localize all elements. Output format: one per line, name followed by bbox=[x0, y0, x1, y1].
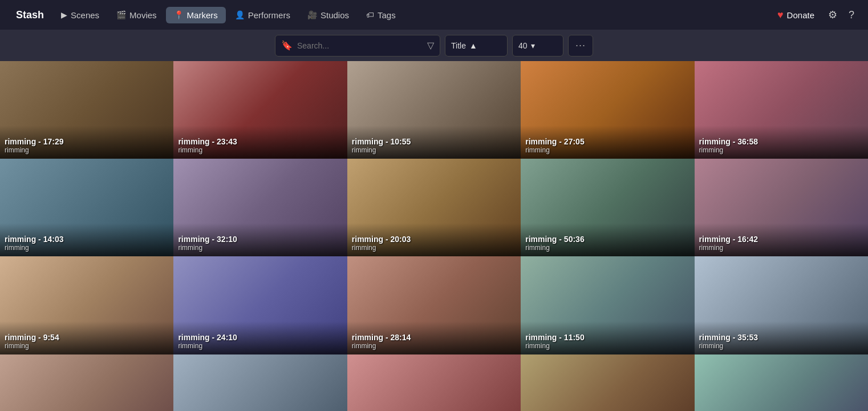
card-overlay: rimming - 23:43rimming bbox=[173, 126, 347, 159]
card-1[interactable]: rimming - 17:29rimming bbox=[0, 61, 173, 159]
card-tag: rimming bbox=[5, 146, 169, 154]
card-overlay: rimming - 28:14rimming bbox=[347, 321, 521, 354]
card-14[interactable]: rimming - 11:50rimming bbox=[521, 256, 694, 354]
count-dropdown[interactable]: 40 ▾ bbox=[512, 35, 563, 57]
card-overlay: rimming - 14:03rimming bbox=[0, 223, 173, 256]
card-18[interactable]: rimming - partialrimming bbox=[347, 354, 521, 411]
more-options-button[interactable]: ··· bbox=[568, 35, 593, 57]
nav-label-scenes: Scenes bbox=[71, 10, 99, 20]
card-title: rimming - 14:03 bbox=[5, 235, 169, 244]
help-button[interactable]: ? bbox=[844, 6, 859, 25]
nav-item-scenes[interactable]: ▶Scenes bbox=[53, 7, 107, 23]
card-17[interactable]: rimming - partialrimming bbox=[173, 354, 347, 411]
card-3[interactable]: rimming - 10:55rimming bbox=[347, 61, 521, 159]
card-19[interactable]: rimming - partialrimming bbox=[521, 354, 694, 411]
card-overlay: rimming - 17:29rimming bbox=[0, 126, 173, 159]
card-thumbnail bbox=[173, 354, 347, 411]
toolbar: 🔖 ▽ Title ▲ 40 ▾ ··· bbox=[0, 30, 868, 61]
card-16[interactable]: rimming - partialrimming bbox=[0, 354, 173, 411]
card-title: rimming - 36:58 bbox=[699, 137, 863, 146]
card-overlay: rimming - 10:55rimming bbox=[347, 126, 521, 159]
card-4[interactable]: rimming - 27:05rimming bbox=[521, 61, 694, 159]
card-title: rimming - 27:05 bbox=[525, 137, 689, 146]
card-13[interactable]: rimming - 28:14rimming bbox=[347, 256, 521, 354]
nav-item-studios[interactable]: 🎥Studios bbox=[299, 7, 357, 23]
card-overlay: rimming - 9:54rimming bbox=[0, 321, 173, 354]
card-9[interactable]: rimming - 50:36rimming bbox=[521, 159, 694, 256]
nav-item-performers[interactable]: 👤Performers bbox=[227, 7, 298, 23]
card-6[interactable]: rimming - 14:03rimming bbox=[0, 159, 173, 256]
search-input[interactable] bbox=[297, 41, 423, 50]
card-tag: rimming bbox=[178, 244, 342, 252]
bookmark-icon: 🔖 bbox=[281, 40, 293, 51]
card-thumbnail bbox=[695, 354, 868, 411]
search-bar: 🔖 ▽ bbox=[275, 35, 440, 57]
sort-label: Title bbox=[451, 41, 466, 50]
nav-label-studios: Studios bbox=[321, 10, 349, 20]
card-thumbnail bbox=[521, 354, 694, 411]
card-title: rimming - 10:55 bbox=[352, 137, 516, 146]
movies-icon: 🎬 bbox=[116, 10, 126, 19]
card-title: rimming - 24:10 bbox=[178, 333, 342, 342]
card-11[interactable]: rimming - 9:54rimming bbox=[0, 256, 173, 354]
card-title: rimming - 17:29 bbox=[5, 137, 169, 146]
donate-label: Donate bbox=[787, 10, 814, 20]
card-title: rimming - 35:53 bbox=[699, 333, 863, 342]
card-tag: rimming bbox=[352, 244, 516, 252]
card-title: rimming - 23:43 bbox=[178, 137, 342, 146]
card-7[interactable]: rimming - 32:10rimming bbox=[173, 159, 347, 256]
card-tag: rimming bbox=[352, 146, 516, 154]
scenes-icon: ▶ bbox=[61, 10, 67, 19]
card-tag: rimming bbox=[699, 342, 863, 350]
card-5[interactable]: rimming - 36:58rimming bbox=[695, 61, 868, 159]
card-title: rimming - 28:14 bbox=[352, 333, 516, 342]
card-overlay: rimming - 20:03rimming bbox=[347, 223, 521, 256]
card-tag: rimming bbox=[699, 244, 863, 252]
card-tag: rimming bbox=[5, 342, 169, 350]
card-10[interactable]: rimming - 16:42rimming bbox=[695, 159, 868, 256]
card-title: rimming - 32:10 bbox=[178, 235, 342, 244]
card-title: rimming - 11:50 bbox=[525, 333, 689, 342]
nav-label-performers: Performers bbox=[248, 10, 290, 20]
card-title: rimming - 9:54 bbox=[5, 333, 169, 342]
card-12[interactable]: rimming - 24:10rimming bbox=[173, 256, 347, 354]
card-tag: rimming bbox=[178, 146, 342, 154]
nav-item-markers[interactable]: 📍Markers bbox=[166, 7, 226, 23]
sort-dropdown[interactable]: Title ▲ bbox=[445, 35, 508, 57]
card-overlay: rimming - 35:53rimming bbox=[695, 321, 868, 354]
brand[interactable]: Stash bbox=[9, 9, 51, 21]
card-grid: rimming - 17:29rimmingrimming - 23:43rim… bbox=[0, 61, 868, 411]
card-overlay: rimming - 11:50rimming bbox=[521, 321, 694, 354]
card-title: rimming - 20:03 bbox=[352, 235, 516, 244]
card-8[interactable]: rimming - 20:03rimming bbox=[347, 159, 521, 256]
card-overlay: rimming - 24:10rimming bbox=[173, 321, 347, 354]
card-title: rimming - 16:42 bbox=[699, 235, 863, 244]
nav-item-movies[interactable]: 🎬Movies bbox=[108, 7, 165, 23]
tags-icon: 🏷 bbox=[366, 10, 374, 19]
studios-icon: 🎥 bbox=[307, 10, 317, 19]
filter-icon[interactable]: ▽ bbox=[427, 40, 434, 51]
more-icon: ··· bbox=[575, 39, 586, 51]
card-overlay: rimming - 50:36rimming bbox=[521, 223, 694, 256]
nav-item-tags[interactable]: 🏷Tags bbox=[358, 7, 404, 23]
nav-label-markers: Markers bbox=[187, 10, 218, 20]
markers-icon: 📍 bbox=[174, 10, 184, 19]
card-2[interactable]: rimming - 23:43rimming bbox=[173, 61, 347, 159]
navbar: Stash ▶Scenes🎬Movies📍Markers👤Performers🎥… bbox=[0, 0, 868, 30]
card-tag: rimming bbox=[352, 342, 516, 350]
card-15[interactable]: rimming - 35:53rimming bbox=[695, 256, 868, 354]
card-overlay: rimming - 27:05rimming bbox=[521, 126, 694, 159]
card-tag: rimming bbox=[525, 244, 689, 252]
performers-icon: 👤 bbox=[235, 10, 245, 19]
donate-button[interactable]: ♥ Donate bbox=[770, 6, 821, 25]
card-overlay: rimming - 32:10rimming bbox=[173, 223, 347, 256]
card-thumbnail bbox=[347, 354, 521, 411]
card-tag: rimming bbox=[525, 146, 689, 154]
card-tag: rimming bbox=[178, 342, 342, 350]
card-20[interactable]: rimming - partialrimming bbox=[695, 354, 868, 411]
card-title: rimming - 50:36 bbox=[525, 235, 689, 244]
nav-label-tags: Tags bbox=[378, 10, 396, 20]
sort-chevron-icon: ▲ bbox=[469, 41, 477, 50]
card-tag: rimming bbox=[525, 342, 689, 350]
settings-button[interactable]: ⚙ bbox=[824, 5, 842, 25]
